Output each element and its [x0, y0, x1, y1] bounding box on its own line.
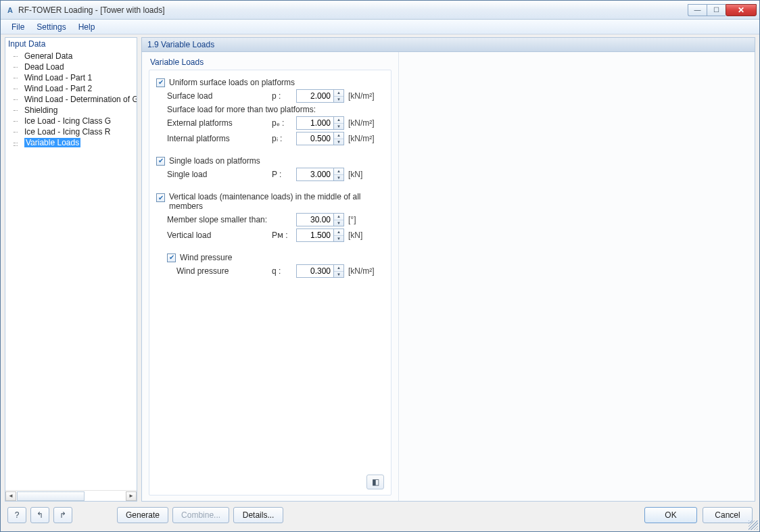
wind-pressure-checkbox[interactable]: ✔: [167, 253, 176, 262]
more-two-label: Surface load for more than two platforms…: [167, 105, 316, 114]
scroll-right-icon[interactable]: ►: [126, 491, 137, 501]
slope-spinner[interactable]: ▲▼: [334, 213, 344, 226]
wind-pressure-input[interactable]: [296, 264, 334, 278]
vertical-load-input[interactable]: [296, 228, 334, 242]
single-load-unit: [kN]: [348, 170, 362, 179]
surface-load-symbol: p :: [272, 91, 296, 101]
internal-platforms-label: Internal platforms: [167, 134, 272, 143]
vertical-load-spinner[interactable]: ▲▼: [334, 228, 344, 242]
ok-button[interactable]: OK: [644, 507, 697, 523]
combine-button[interactable]: Combine...: [172, 507, 229, 523]
slope-unit: [°]: [348, 215, 356, 224]
external-platforms-symbol: pₑ :: [272, 118, 296, 128]
wind-pressure-chk-label: Wind pressure: [180, 253, 232, 262]
external-platforms-input[interactable]: [296, 116, 334, 130]
scroll-left-icon[interactable]: ◄: [5, 491, 16, 501]
tree-item-variable-loads[interactable]: Variable Loads: [5, 137, 137, 148]
vertical-loads-label: Vertical loads (maintenance loads) in th…: [169, 192, 372, 211]
wind-pressure-symbol: q :: [272, 266, 296, 276]
wind-pressure-label: Wind pressure: [176, 266, 272, 276]
vertical-loads-checkbox[interactable]: ✔: [156, 193, 165, 202]
group-title: Variable Loads: [149, 57, 391, 70]
preview-column: [399, 52, 755, 501]
tree-item-ice-g[interactable]: Ice Load - Icing Class G: [5, 116, 137, 126]
tree-body: General Data Dead Load Wind Load - Part …: [5, 50, 137, 490]
internal-platforms-input[interactable]: [296, 132, 334, 145]
tree-panel: Input Data General Data Dead Load Wind L…: [5, 37, 137, 502]
menu-help[interactable]: Help: [73, 21, 101, 33]
single-loads-label: Single loads on platforms: [169, 156, 260, 166]
tree-item-shielding[interactable]: Shielding: [5, 105, 137, 116]
panel-options-icon[interactable]: ◧: [366, 475, 384, 489]
title-bar[interactable]: A RF-TOWER Loading - [Tower with loads] …: [1, 1, 759, 20]
form-column: Variable Loads ✔ Uniform surface loads o…: [142, 52, 399, 501]
maximize-button[interactable]: ☐: [707, 4, 726, 16]
content-panel: 1.9 Variable Loads Variable Loads ✔ Unif…: [141, 37, 755, 502]
external-platforms-unit: [kN/m²]: [348, 118, 375, 128]
tree-item-wind-2[interactable]: Wind Load - Part 2: [5, 83, 137, 94]
tree-item-dead-load[interactable]: Dead Load: [5, 62, 137, 72]
external-platforms-spinner[interactable]: ▲▼: [334, 116, 344, 130]
surface-load-spinner[interactable]: ▲▼: [334, 89, 344, 103]
app-icon: A: [5, 5, 16, 16]
tree-hscroll[interactable]: ◄ ►: [5, 490, 137, 501]
vertical-load-symbol: Pᴍ :: [272, 231, 296, 240]
uniform-loads-label: Uniform surface loads on platforms: [169, 78, 295, 87]
close-button[interactable]: ✕: [726, 4, 757, 16]
surface-load-unit: [kN/m²]: [348, 91, 375, 101]
vertical-load-unit: [kN]: [348, 231, 362, 240]
scroll-thumb[interactable]: [17, 491, 85, 501]
help-button[interactable]: ?: [7, 507, 26, 523]
window-title: RF-TOWER Loading - [Tower with loads]: [18, 5, 165, 15]
tree-header: Input Data: [5, 38, 137, 50]
slope-input[interactable]: [296, 213, 334, 226]
menu-settings[interactable]: Settings: [31, 21, 71, 33]
single-load-spinner[interactable]: ▲▼: [334, 168, 344, 181]
content-header: 1.9 Variable Loads: [141, 37, 755, 52]
app-window: A RF-TOWER Loading - [Tower with loads] …: [0, 0, 760, 532]
surface-load-input[interactable]: [296, 89, 334, 103]
next-button[interactable]: ↱: [53, 507, 72, 523]
surface-load-label: Surface load: [167, 91, 272, 101]
uniform-loads-checkbox[interactable]: ✔: [156, 78, 165, 87]
menu-bar: File Settings Help: [1, 20, 759, 34]
tree-item-ice-r[interactable]: Ice Load - Icing Class R: [5, 126, 137, 137]
cancel-button[interactable]: Cancel: [703, 507, 753, 523]
single-load-symbol: P :: [272, 170, 296, 179]
generate-button[interactable]: Generate: [117, 507, 168, 523]
tree-item-wind-gust[interactable]: Wind Load - Determination of Gust: [5, 94, 137, 105]
prev-button[interactable]: ↰: [30, 507, 49, 523]
internal-platforms-unit: [kN/m²]: [348, 134, 375, 143]
slope-label: Member slope smaller than:: [167, 215, 296, 224]
minimize-button[interactable]: —: [688, 4, 707, 16]
footer-bar: ? ↰ ↱ Generate Combine... Details... OK …: [1, 502, 759, 531]
internal-platforms-symbol: pᵢ :: [272, 134, 296, 143]
single-load-input[interactable]: [296, 168, 334, 181]
wind-pressure-spinner[interactable]: ▲▼: [334, 264, 344, 278]
single-loads-checkbox[interactable]: ✔: [156, 157, 165, 166]
details-button[interactable]: Details...: [233, 507, 283, 523]
tree-item-wind-1[interactable]: Wind Load - Part 1: [5, 72, 137, 83]
tree-item-general-data[interactable]: General Data: [5, 51, 137, 62]
vertical-load-label: Vertical load: [167, 231, 272, 240]
variable-loads-panel: ✔ Uniform surface loads on platforms Sur…: [149, 70, 391, 495]
wind-pressure-unit: [kN/m²]: [348, 266, 375, 276]
external-platforms-label: External platforms: [167, 118, 272, 128]
internal-platforms-spinner[interactable]: ▲▼: [334, 132, 344, 145]
single-load-label: Single load: [167, 170, 272, 179]
resize-grip-icon[interactable]: [749, 521, 758, 530]
menu-file[interactable]: File: [6, 21, 30, 33]
